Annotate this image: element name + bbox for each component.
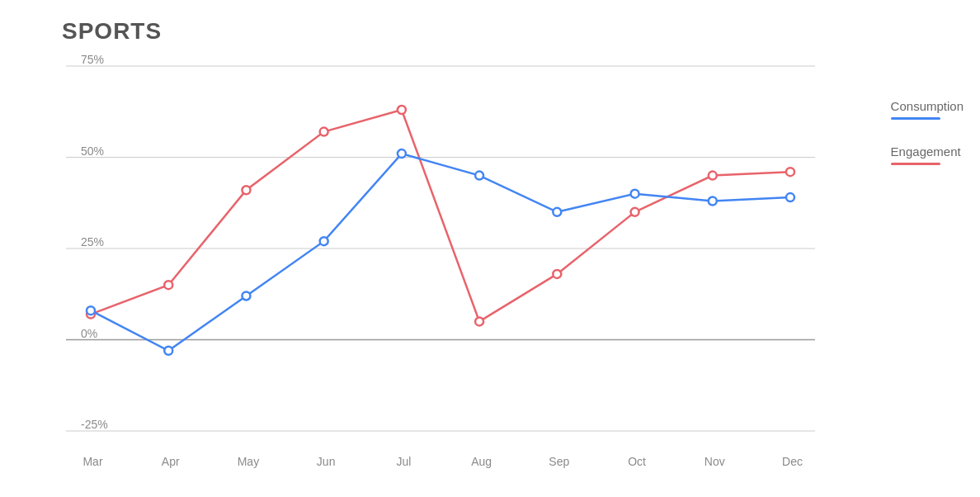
svg-point-21 (553, 208, 561, 216)
svg-point-14 (786, 168, 794, 176)
x-axis-label: Dec (778, 455, 807, 468)
x-axis-label: Mar (78, 455, 107, 468)
y-axis-label: 75% (81, 53, 104, 66)
legend-consumption: Consumption (891, 99, 964, 120)
svg-point-8 (320, 128, 328, 136)
chart-container: SPORTS 75%50%25%0%-25%MarAprMayJunJulAug… (0, 0, 980, 497)
svg-point-18 (320, 237, 328, 245)
x-axis-label: Jul (389, 455, 418, 468)
legend-consumption-line (891, 117, 940, 120)
x-axis-label: Oct (623, 455, 652, 468)
y-axis-label: -25% (81, 418, 108, 431)
legend-engagement-line (891, 163, 940, 165)
chart-area: 75%50%25%0%-25%MarAprMayJunJulAugSepOctN… (66, 66, 815, 431)
svg-point-22 (631, 190, 639, 198)
svg-point-16 (164, 347, 172, 355)
svg-point-15 (87, 306, 95, 315)
x-axis-label: Nov (700, 455, 729, 468)
legend-engagement: Engagement (891, 144, 964, 165)
svg-point-11 (553, 270, 561, 278)
legend: Consumption Engagement (891, 99, 964, 190)
legend-consumption-label: Consumption (891, 99, 964, 113)
x-axis-label: Jun (312, 455, 341, 468)
x-axis-label: Sep (544, 455, 573, 468)
legend-engagement-label: Engagement (891, 144, 964, 159)
svg-point-17 (242, 291, 250, 300)
y-axis-label: 50% (81, 144, 104, 158)
svg-point-19 (398, 149, 406, 158)
x-axis-label: Apr (156, 455, 185, 468)
svg-point-24 (786, 193, 794, 201)
x-axis-label: Aug (467, 455, 496, 468)
x-axis-label: May (233, 455, 262, 468)
svg-point-6 (164, 281, 172, 289)
svg-point-12 (631, 208, 639, 216)
svg-point-23 (709, 197, 717, 206)
y-axis-label: 0% (81, 327, 97, 340)
svg-point-10 (475, 317, 483, 325)
svg-point-9 (398, 106, 406, 114)
svg-point-7 (242, 186, 250, 194)
chart-svg (66, 66, 815, 431)
svg-point-13 (709, 172, 717, 180)
chart-title: SPORTS (62, 18, 162, 45)
y-axis-label: 25% (81, 235, 104, 248)
svg-point-20 (475, 172, 483, 180)
